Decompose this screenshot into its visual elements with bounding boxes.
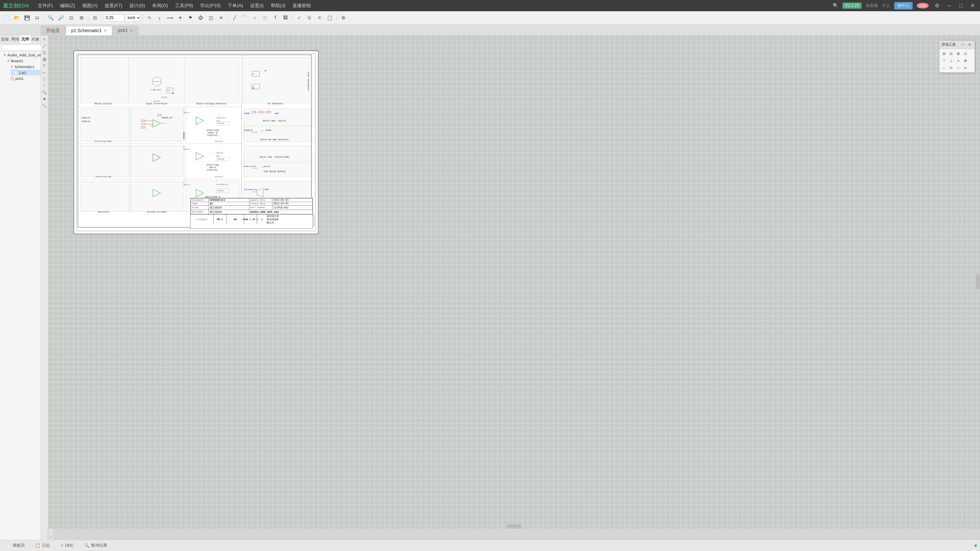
menu-help[interactable]: 帮助(J): [267, 0, 289, 11]
zoom-100-button[interactable]: ⊞: [77, 13, 86, 22]
search-results-label: 查询结果: [91, 543, 107, 548]
no-connect-button[interactable]: ✕: [216, 13, 226, 22]
tree-root[interactable]: ▼ Audio_Add_Sub_new: [0, 52, 41, 58]
svg-text:Adder &: Adder &: [208, 132, 218, 134]
zoom-value-input[interactable]: [104, 14, 124, 21]
v-circle-btn[interactable]: ○: [41, 83, 48, 89]
menu-edit[interactable]: 编辑(Z): [56, 0, 79, 11]
v-component-btn[interactable]: ◫: [41, 49, 48, 56]
menu-export[interactable]: 导出(P10): [197, 0, 224, 11]
tree-page[interactable]: 📄 1.p1: [11, 70, 41, 76]
float-toolbar-close[interactable]: ✕: [966, 41, 973, 48]
v-measure-btn[interactable]: 📏: [41, 103, 48, 109]
float-resize[interactable]: ↔: [941, 65, 947, 71]
save-button[interactable]: 💾: [22, 13, 32, 22]
float-align-left[interactable]: ⊞: [941, 51, 947, 57]
float-flip-v[interactable]: ⇔: [963, 65, 969, 71]
tab-schematic1[interactable]: p1:Schematic1 ✕: [66, 26, 112, 35]
menu-order[interactable]: 下单(A): [224, 0, 247, 11]
component-button[interactable]: ◫: [206, 13, 215, 22]
menu-view[interactable]: 视图(V): [79, 0, 101, 11]
v-wire-btn[interactable]: ╱: [41, 43, 48, 49]
net-label-button[interactable]: ⚑: [186, 13, 195, 22]
close-icon[interactable]: ✕: [969, 2, 977, 10]
menu-design[interactable]: 设计(D): [126, 0, 148, 11]
menu-place[interactable]: 放置(F7): [101, 0, 126, 11]
image-button[interactable]: 🖼: [281, 13, 290, 22]
menu-file[interactable]: 文件(F): [34, 0, 56, 11]
power-button[interactable]: ⏻: [196, 13, 205, 22]
bus-button[interactable]: ⟹: [165, 13, 175, 22]
menu-layout[interactable]: 布局(O): [148, 0, 172, 11]
float-align-top[interactable]: ⊤: [941, 58, 947, 64]
status-drc[interactable]: ✓ DRC: [57, 542, 77, 549]
v-select-btn[interactable]: ↖: [41, 36, 48, 42]
unit-select[interactable]: inch mm mil: [125, 14, 141, 21]
tree-pcb[interactable]: 📋 pcb1: [7, 76, 41, 81]
float-rotate[interactable]: ↻: [948, 65, 954, 71]
bom-button[interactable]: 📋: [325, 13, 334, 22]
settings-button[interactable]: ⚙: [339, 13, 348, 22]
float-move[interactable]: ✥: [963, 58, 969, 64]
v-line-btn[interactable]: —: [41, 69, 48, 76]
settings-icon[interactable]: ⚙: [933, 2, 942, 10]
annotate-button[interactable]: ①: [305, 13, 314, 22]
tab-pcb1[interactable]: pcb1 ✕: [113, 26, 138, 35]
junction-button[interactable]: ✦: [176, 13, 185, 22]
scroll-bottom[interactable]: [506, 524, 522, 529]
tree-board[interactable]: ▼ Board1: [3, 58, 41, 64]
sidebar-tab-panel[interactable]: 面板: [0, 35, 10, 43]
float-distribute-h[interactable]: ⊡: [963, 51, 969, 57]
sidebar-tab-component[interactable]: 元件: [21, 35, 30, 43]
check-button[interactable]: ✓: [294, 13, 304, 22]
rect-button[interactable]: □: [261, 13, 270, 22]
v-text-btn[interactable]: T: [41, 63, 48, 69]
schematic-canvas[interactable]: Noise_Coaxial Input Interfaces Biase-vol…: [48, 35, 980, 529]
search-icon[interactable]: 🔍: [833, 3, 838, 8]
user-button[interactable]: 创中心: [894, 2, 913, 10]
scroll-right[interactable]: [976, 274, 980, 289]
grid-toggle-button[interactable]: ⊟: [90, 13, 100, 22]
tab-pcb1-close[interactable]: ✕: [130, 29, 133, 33]
float-toolbar-minimize[interactable]: ─: [960, 41, 966, 48]
open-button[interactable]: 📂: [12, 13, 21, 22]
right-edge-collapse[interactable]: ›: [48, 534, 54, 540]
sidebar-tab-object[interactable]: 对象: [30, 35, 41, 43]
status-log[interactable]: 📋 日志: [32, 542, 53, 549]
menu-tools[interactable]: 工具(P9): [172, 0, 197, 11]
text-button[interactable]: T: [271, 13, 280, 22]
netlist-button[interactable]: ≡: [315, 13, 324, 22]
select-button[interactable]: ↖: [145, 13, 154, 22]
v-rect-btn[interactable]: □: [41, 76, 48, 82]
tree-schematic[interactable]: ▼ Schematic1: [7, 64, 41, 70]
status-templates[interactable]: 📄 模板页: [3, 542, 28, 549]
maximize-icon[interactable]: □: [957, 2, 964, 10]
tab-schematic1-close[interactable]: ✕: [103, 29, 107, 33]
v-zoom-btn[interactable]: 🔍: [41, 89, 48, 95]
menu-settings[interactable]: 设置(I): [247, 0, 267, 11]
circle-button[interactable]: ○: [250, 13, 259, 22]
arc-button[interactable]: ⌒: [240, 13, 249, 22]
zoom-fit-button[interactable]: ⊡: [67, 13, 76, 22]
sidebar-tab-network[interactable]: 网络: [10, 35, 21, 43]
new-button[interactable]: 📄: [2, 13, 11, 22]
tb-page-value: p1: [209, 202, 249, 206]
float-flip-h[interactable]: ↕: [955, 65, 961, 71]
float-distribute-v[interactable]: ≡: [955, 58, 961, 64]
menu-livestream[interactable]: 直播密钥: [289, 0, 314, 11]
v-power-btn[interactable]: ⏻: [41, 56, 48, 62]
tab-start[interactable]: 开始页: [41, 26, 65, 35]
svg-rect-35: [244, 146, 311, 162]
minimize-icon[interactable]: ─: [945, 2, 953, 10]
svg-rect-36: [244, 163, 311, 177]
zoom-out-button[interactable]: 🔎: [56, 13, 65, 22]
float-align-center[interactable]: ⊟: [948, 51, 954, 57]
save-all-button[interactable]: 🗂: [33, 13, 42, 22]
float-align-right[interactable]: ⊠: [955, 51, 961, 57]
float-align-middle[interactable]: ⊥: [948, 58, 954, 64]
zoom-in-button[interactable]: 🔍: [46, 13, 56, 22]
status-search-results[interactable]: 🔍 查询结果: [81, 542, 110, 549]
line-button[interactable]: ╱: [230, 13, 239, 22]
v-pan-btn[interactable]: ✥: [41, 96, 48, 102]
wire-button[interactable]: ┐: [155, 13, 164, 22]
